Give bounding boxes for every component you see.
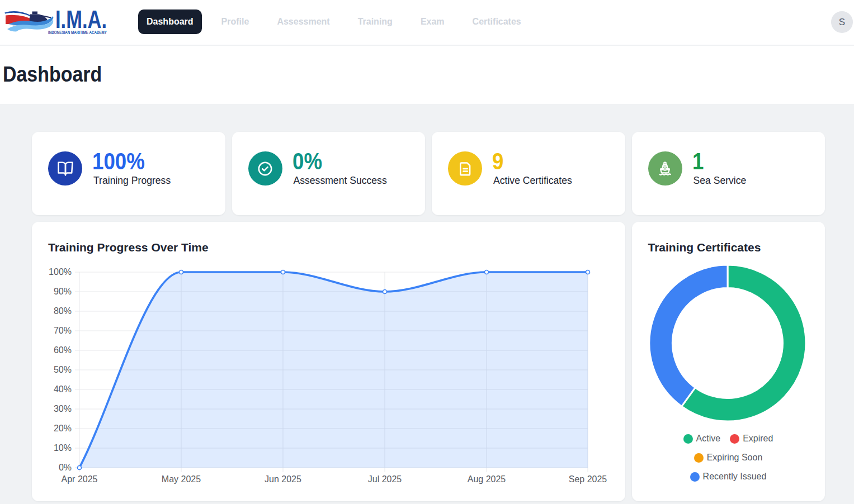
svg-text:10%: 10% (54, 443, 72, 453)
svg-text:60%: 60% (54, 345, 72, 355)
svg-text:0%: 0% (59, 463, 72, 472)
svg-text:50%: 50% (54, 365, 72, 374)
svg-text:May 2025: May 2025 (162, 474, 201, 484)
svg-text:Apr 2025: Apr 2025 (62, 474, 98, 484)
svg-text:Sep 2025: Sep 2025 (569, 474, 607, 484)
svg-text:40%: 40% (54, 384, 72, 394)
svg-text:100%: 100% (49, 267, 72, 277)
svg-text:Aug 2025: Aug 2025 (468, 474, 506, 484)
svg-text:Jul 2025: Jul 2025 (368, 474, 402, 484)
svg-text:I.M.A.: I.M.A. (55, 7, 107, 33)
svg-text:30%: 30% (54, 404, 72, 413)
svg-text:20%: 20% (54, 424, 72, 433)
svg-text:80%: 80% (54, 306, 72, 316)
svg-text:90%: 90% (54, 287, 72, 296)
svg-text:70%: 70% (54, 326, 72, 335)
svg-text:Jun 2025: Jun 2025 (265, 474, 301, 484)
svg-text:INDONESIAN MARITIME ACADEMY: INDONESIAN MARITIME ACADEMY (48, 30, 107, 35)
